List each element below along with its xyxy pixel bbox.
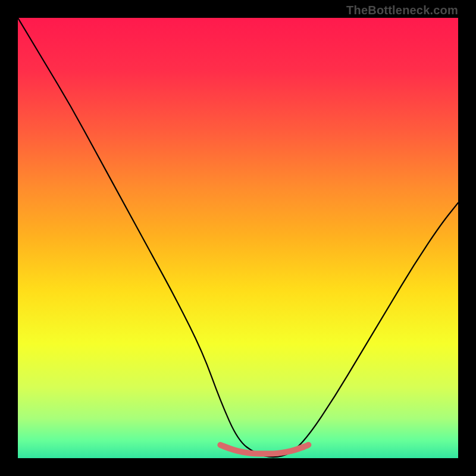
- chart-frame: TheBottleneck.com: [0, 0, 476, 476]
- bottleneck-curve: [18, 18, 458, 457]
- bottom-band: [220, 445, 308, 454]
- curve-layer: [18, 18, 458, 458]
- plot-area: [18, 18, 458, 458]
- watermark-text: TheBottleneck.com: [346, 4, 458, 17]
